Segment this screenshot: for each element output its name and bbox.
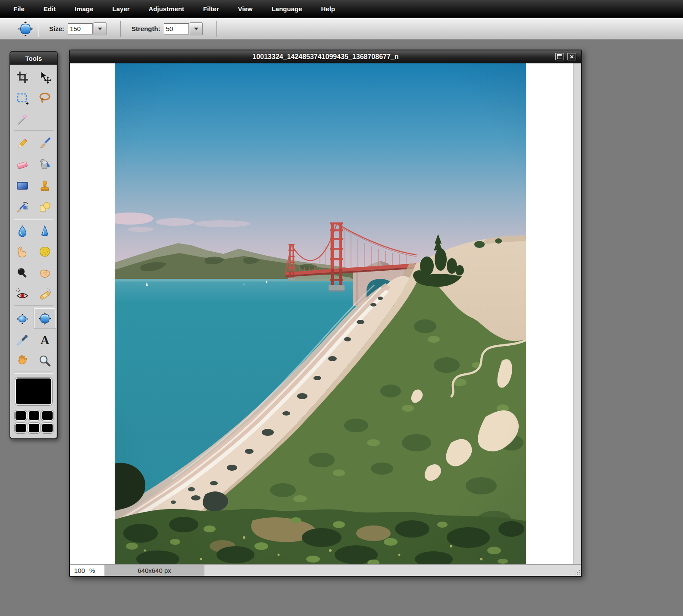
tool-eraser[interactable] (11, 154, 34, 175)
red-eye-icon (16, 288, 29, 301)
size-dropdown-button[interactable] (94, 22, 107, 35)
brush-icon (38, 137, 51, 150)
fill-icon (38, 158, 51, 171)
photo-golden-gate-bridge[interactable] (115, 63, 526, 564)
tool-color-picker[interactable] (11, 329, 34, 350)
sponge-icon (38, 246, 51, 259)
tool-type[interactable]: A (34, 329, 56, 350)
menu-layer[interactable]: Layer (113, 5, 130, 13)
tool-brush[interactable] (34, 133, 56, 154)
vignette (115, 63, 526, 564)
tool-pinch[interactable] (34, 308, 56, 329)
tool-drawing[interactable] (34, 196, 56, 217)
foreground-color-swatch[interactable] (15, 378, 52, 405)
bloat-icon (16, 312, 29, 325)
window-title: 10013324_1424853741099435_1368708677_n (252, 53, 398, 61)
image-dimensions-box: 640x640 px (104, 565, 204, 576)
tool-smudge[interactable] (11, 241, 34, 263)
tool-pencil[interactable] (11, 133, 34, 154)
chevron-down-icon (194, 28, 198, 30)
menu-help[interactable]: Help (321, 5, 335, 13)
tool-group-divider (14, 305, 53, 307)
swatch-dot[interactable] (15, 423, 27, 433)
clone-stamp-icon (38, 179, 51, 192)
options-divider (120, 21, 121, 37)
tool-group-divider (14, 130, 53, 132)
tool-burn[interactable] (34, 263, 56, 284)
options-divider (216, 21, 217, 37)
swatch-dot[interactable] (41, 410, 53, 421)
swatch-dot[interactable] (41, 423, 53, 433)
gradient-icon (16, 179, 29, 192)
strength-input[interactable] (164, 23, 189, 34)
toolbox-title[interactable]: Tools (10, 52, 57, 65)
pinch-icon (38, 312, 52, 325)
tool-zoom[interactable] (34, 350, 56, 371)
tool-clone-stamp[interactable] (34, 175, 56, 196)
menu-edit[interactable]: Edit (44, 5, 56, 13)
type-icon: A (38, 333, 51, 346)
close-button[interactable]: ✕ (567, 53, 576, 60)
menu-view[interactable]: View (238, 5, 253, 13)
toolbox-palette: Tools (9, 51, 58, 439)
swatch-dot[interactable] (15, 410, 27, 421)
size-input[interactable] (68, 23, 93, 34)
menu-file[interactable]: File (13, 5, 25, 13)
color-replace-icon (16, 200, 29, 213)
size-label: Size: (49, 25, 64, 32)
tool-marquee[interactable] (11, 88, 34, 109)
move-icon (38, 71, 51, 84)
marquee-icon (16, 92, 29, 105)
active-tool-indicator (16, 20, 34, 38)
tool-move[interactable] (34, 66, 56, 88)
chevron-down-icon (98, 28, 102, 30)
maximize-icon (557, 54, 562, 59)
burn-hand-icon (38, 267, 51, 280)
zoom-level-box[interactable]: 100 % (70, 565, 104, 576)
swatch-dots (10, 407, 57, 438)
status-bar: 100 % 640x640 px (70, 564, 581, 576)
swatch-dot[interactable] (28, 423, 40, 433)
tool-dodge[interactable] (11, 263, 34, 284)
maximize-button[interactable] (555, 53, 564, 60)
tool-hand[interactable] (11, 350, 34, 371)
options-divider (38, 21, 39, 37)
tool-sharpen[interactable] (34, 220, 56, 241)
zoom-unit: % (89, 567, 95, 574)
menu-adjustment[interactable]: Adjustment (149, 5, 185, 13)
tool-group-divider (14, 218, 53, 220)
tool-grid: A (10, 65, 57, 374)
tool-blur[interactable] (11, 220, 34, 241)
menu-bar: File Edit Image Layer Adjustment Filter … (0, 0, 683, 18)
image-dimensions: 640x640 px (138, 567, 171, 574)
tool-lasso[interactable] (34, 88, 56, 109)
tool-bloat[interactable] (11, 308, 34, 329)
resize-grip[interactable] (574, 569, 581, 575)
tool-group-divider (14, 372, 53, 374)
tool-red-eye[interactable] (11, 284, 34, 305)
hand-icon (16, 354, 29, 367)
tool-wand[interactable] (11, 109, 34, 130)
window-title-bar[interactable]: 10013324_1424853741099435_1368708677_n ✕ (70, 50, 581, 63)
smudge-finger-icon (16, 246, 29, 259)
eraser-icon (16, 158, 29, 171)
tool-crop[interactable] (11, 66, 34, 88)
drawing-shapes-icon (38, 200, 51, 213)
swatch-dot[interactable] (28, 410, 40, 421)
menu-filter[interactable]: Filter (203, 5, 219, 13)
menu-image[interactable]: Image (75, 5, 93, 13)
pinch-tool-icon (18, 21, 33, 37)
tool-color-replace[interactable] (11, 196, 34, 217)
sharpen-cone-icon (38, 225, 51, 238)
vertical-scrollbar[interactable] (573, 63, 581, 564)
close-icon: ✕ (570, 54, 574, 59)
canvas-area[interactable] (70, 63, 581, 564)
menu-language[interactable]: Language (272, 5, 302, 13)
tool-fill[interactable] (34, 154, 56, 175)
crop-icon (16, 71, 29, 84)
strength-dropdown-button[interactable] (190, 22, 203, 35)
tool-spot-heal[interactable] (34, 284, 56, 305)
tool-sponge[interactable] (34, 241, 56, 263)
tool-gradient[interactable] (11, 175, 34, 196)
blur-drop-icon (16, 225, 29, 238)
